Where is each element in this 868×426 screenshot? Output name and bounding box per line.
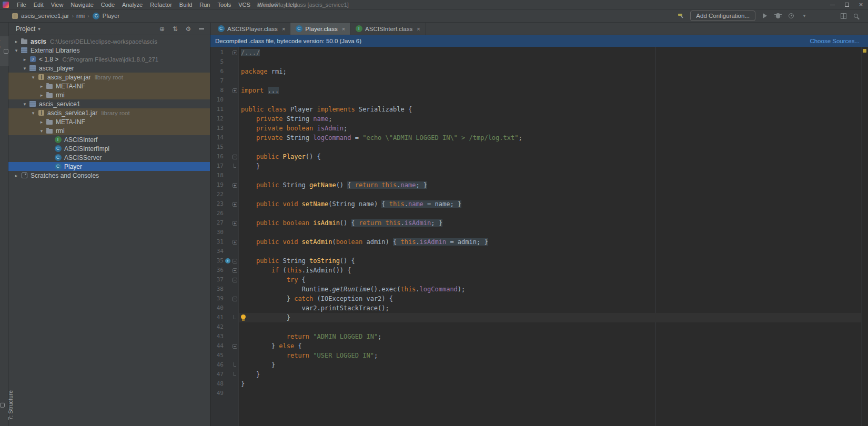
fold-expand-icon[interactable]: +	[233, 50, 237, 55]
collapse-icon[interactable]: ⇅	[171, 25, 179, 33]
code-line-22[interactable]: 22	[210, 190, 868, 199]
chevron-down-icon[interactable]: ▾	[21, 102, 28, 107]
tree-item-ascis-player[interactable]: ▾ascis_player	[8, 64, 210, 73]
code-line-36[interactable]: 36− if (this.isAdmin()) {	[210, 266, 868, 275]
build-hammer-icon[interactable]	[677, 12, 685, 20]
add-configuration-button[interactable]: Add Configuration...	[690, 11, 755, 21]
fold-expand-icon[interactable]: +	[233, 183, 237, 188]
code-line-5[interactable]: 5	[210, 57, 868, 67]
fold-collapse-icon[interactable]: −	[233, 344, 237, 349]
code-line-47[interactable]: 47 }	[210, 370, 868, 379]
code-line-11[interactable]: 11public class Player implements Seriali…	[210, 105, 868, 114]
code-editor[interactable]: 1+/.../56package rmi;78+import ...1011pu…	[210, 47, 868, 426]
code-line-45[interactable]: 45 return "USER LOGGED IN";	[210, 351, 868, 360]
tree-item-meta-inf[interactable]: ▸META-INF	[8, 82, 210, 90]
play-icon[interactable]	[761, 12, 769, 20]
chevron-down-icon[interactable]: ▾	[38, 128, 45, 134]
fold-expand-icon[interactable]: +	[233, 202, 237, 207]
breadcrumb-item-rmi[interactable]: rmi	[76, 13, 85, 19]
locate-icon[interactable]: ⊕	[158, 25, 166, 33]
chevron-down-icon[interactable]: ▾	[21, 66, 28, 71]
code-line-16[interactable]: 16− public Player() {	[210, 152, 868, 161]
chevron-down-icon[interactable]: ▾	[29, 75, 37, 80]
tree-item-scratches-and-consoles[interactable]: ▸Scratches and Consoles	[8, 171, 210, 180]
close-button[interactable]: ×	[854, 0, 868, 9]
code-line-34[interactable]: 34	[210, 247, 868, 256]
project-header-title[interactable]: Project	[16, 25, 35, 33]
debug-icon[interactable]	[774, 12, 782, 20]
tree-item-ascisserver[interactable]: CASCISServer	[8, 153, 210, 162]
tree-item-meta-inf[interactable]: ▸META-INF	[8, 117, 210, 126]
code-line-1[interactable]: 1+/.../	[210, 48, 868, 57]
intention-bulb-icon[interactable]	[240, 315, 246, 321]
code-line-41[interactable]: 41 }	[210, 313, 868, 322]
chevron-right-icon[interactable]: ▸	[13, 39, 20, 44]
code-line-30[interactable]: 30	[210, 228, 868, 237]
chevron-right-icon[interactable]: ▸	[38, 84, 45, 89]
choose-sources-link[interactable]: Choose Sources...	[810, 38, 860, 44]
code-line-10[interactable]: 10	[210, 95, 868, 105]
chevron-right-icon[interactable]: ▸	[13, 173, 20, 178]
settings-icon[interactable]: ⚙	[184, 25, 193, 33]
menu-file[interactable]: File	[13, 0, 30, 9]
code-line-40[interactable]: 40 var2.printStackTrace();	[210, 303, 868, 313]
fold-collapse-icon[interactable]: −	[233, 297, 237, 301]
menu-build[interactable]: Build	[176, 0, 196, 9]
code-line-18[interactable]: 18	[210, 171, 868, 180]
code-line-8[interactable]: 8+import ...	[210, 86, 868, 95]
code-line-48[interactable]: 48}	[210, 379, 868, 389]
menu-tools[interactable]: Tools	[214, 0, 235, 9]
code-line-35[interactable]: 35− public String toString() {	[210, 256, 868, 266]
fold-expand-icon[interactable]: +	[233, 88, 237, 93]
code-line-37[interactable]: 37− try {	[210, 275, 868, 285]
hide-icon[interactable]	[197, 25, 206, 33]
code-line-15[interactable]: 15	[210, 143, 868, 152]
grid-icon[interactable]	[839, 12, 847, 20]
code-line-43[interactable]: 43 return "ADMIN LOGGED IN";	[210, 332, 868, 341]
chevron-down-icon[interactable]: ▾	[13, 48, 20, 53]
tab-ascisinterf-class[interactable]: IASCISInterf.class×	[350, 23, 426, 35]
code-line-13[interactable]: 13 private boolean isAdmin;	[210, 124, 868, 133]
tool-button-project[interactable]: 1: Project	[0, 36, 8, 66]
code-line-44[interactable]: 44− } else {	[210, 341, 868, 351]
code-line-17[interactable]: 17 }	[210, 161, 868, 171]
tree-item-ascisinterfimpl[interactable]: CASCISInterfImpl	[8, 144, 210, 153]
tree-item-ascis-service1[interactable]: ▾ascis_service1	[8, 99, 210, 108]
menu-edit[interactable]: Edit	[30, 0, 47, 9]
code-line-31[interactable]: 31+ public void setAdmin(boolean admin) …	[210, 237, 868, 247]
menu-navigate[interactable]: Navigate	[67, 0, 97, 9]
code-line-7[interactable]: 7	[210, 76, 868, 86]
code-line-42[interactable]: 42	[210, 322, 868, 332]
tree-item-ascis[interactable]: ▸ascisC:\Users\DELL\eclipse-workspace\as…	[8, 37, 210, 46]
breadcrumb-item-player[interactable]: CPlayer	[92, 12, 120, 20]
editor-scrollbar[interactable]	[861, 47, 868, 426]
fold-collapse-icon[interactable]: −	[233, 259, 237, 263]
code-line-14[interactable]: 14 private String logCommand = "echo \"A…	[210, 133, 868, 143]
tab-player-class[interactable]: CPlayer.class×	[290, 23, 350, 35]
code-line-39[interactable]: 39− } catch (IOException var2) {	[210, 294, 868, 303]
code-line-23[interactable]: 23+ public void setName(String name) { t…	[210, 199, 868, 209]
code-line-19[interactable]: 19+ public String getName() { return thi…	[210, 180, 868, 190]
fold-collapse-icon[interactable]: −	[233, 278, 237, 282]
code-line-46[interactable]: 46 }	[210, 360, 868, 370]
code-line-6[interactable]: 6package rmi;	[210, 67, 868, 76]
tree-item-external-libraries[interactable]: ▾External Libraries	[8, 46, 210, 55]
menu-analyze[interactable]: Analyze	[118, 0, 146, 9]
chevron-right-icon[interactable]: ▸	[38, 119, 45, 125]
menu-view[interactable]: View	[47, 0, 67, 9]
menu-refactor[interactable]: Refactor	[146, 0, 176, 9]
code-line-27[interactable]: 27+ public boolean isAdmin() { return th…	[210, 218, 868, 228]
fold-expand-icon[interactable]: +	[233, 221, 237, 226]
override-gutter-icon[interactable]	[225, 258, 230, 263]
fold-collapse-icon[interactable]: −	[233, 268, 237, 273]
minimize-button[interactable]	[825, 0, 840, 9]
tree-item-rmi[interactable]: ▾rmi	[8, 126, 210, 135]
tab-close-icon[interactable]: ×	[342, 26, 345, 32]
tree-item-ascisinterf[interactable]: IASCISInterf	[8, 135, 210, 144]
fold-collapse-icon[interactable]: −	[233, 155, 237, 159]
tree-item-ascis-player-jar[interactable]: ▾ascis_player.jarlibrary root	[8, 73, 210, 82]
dropdown-icon[interactable]: ▾	[800, 12, 809, 20]
tab-close-icon[interactable]: ×	[282, 26, 285, 32]
search-icon[interactable]	[852, 12, 861, 20]
code-line-49[interactable]: 49	[210, 389, 868, 398]
